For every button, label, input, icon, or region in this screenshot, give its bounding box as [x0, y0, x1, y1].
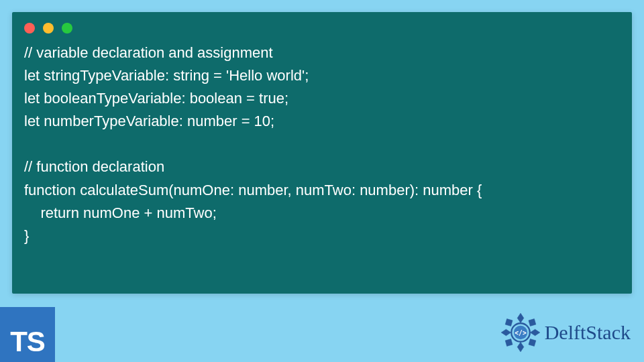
code-line: // variable declaration and assignment [24, 44, 273, 61]
delftstack-icon: </> [500, 312, 541, 353]
svg-marker-7 [529, 339, 536, 347]
delftstack-logo: </> DelftStack [500, 312, 631, 353]
minimize-icon [43, 23, 54, 34]
svg-marker-0 [517, 313, 524, 322]
code-line: return numOne + numTwo; [24, 204, 217, 221]
code-line: // function declaration [24, 158, 164, 175]
code-line: let numberTypeVariable: number = 10; [24, 113, 274, 129]
code-line: let booleanTypeVariable: boolean = true; [24, 90, 288, 107]
code-window: // variable declaration and assignment l… [12, 12, 632, 294]
svg-marker-2 [501, 329, 511, 336]
code-line: } [24, 227, 29, 244]
svg-marker-6 [505, 339, 513, 347]
svg-marker-3 [530, 329, 539, 336]
traffic-lights [12, 12, 632, 39]
maximize-icon [62, 23, 72, 34]
close-icon [24, 23, 35, 34]
code-block: // variable declaration and assignment l… [12, 39, 632, 259]
delftstack-label: DelftStack [545, 321, 631, 344]
code-line: let stringTypeVariable: string = 'Hello … [24, 67, 309, 84]
svg-marker-1 [517, 342, 524, 351]
svg-marker-5 [529, 319, 536, 326]
svg-marker-4 [505, 319, 513, 326]
typescript-badge-label: TS [10, 326, 45, 358]
svg-text:</>: </> [515, 329, 527, 337]
typescript-badge: TS [0, 307, 55, 362]
code-line: function calculateSum(numOne: number, nu… [24, 182, 482, 198]
